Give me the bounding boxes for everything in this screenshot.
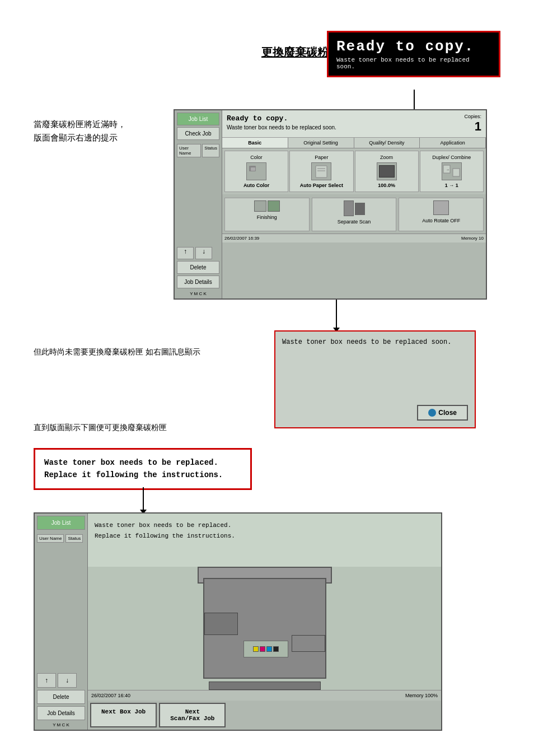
cell-finishing[interactable]: Finishing <box>224 198 310 231</box>
cs2-scroll-down-btn[interactable]: ↓ <box>58 673 77 688</box>
cs1-grid: Color Auto Color Paper <box>222 148 486 194</box>
arrow-3 <box>143 487 144 510</box>
warning-line1: Waste toner box needs to be replaced. <box>44 456 241 469</box>
warning-line2: Replace it following the instructions. <box>44 469 241 481</box>
cs2-content-area: Waste toner box needs to be replaced. Re… <box>88 514 441 567</box>
cs2-line1: Waste toner box needs to be replaced. <box>95 520 434 531</box>
job-list-btn[interactable]: Job List <box>177 113 219 125</box>
panel-black <box>273 646 279 652</box>
cs2-job-list-btn[interactable]: Job List <box>37 516 85 530</box>
popup-message: Waste toner box needs to be replaced soo… <box>282 338 468 400</box>
arrow-1 <box>414 90 415 112</box>
scan-icon <box>344 200 354 216</box>
cs2-sidebar: Job List User Name Status ↑ ↓ Delete Job… <box>35 514 88 730</box>
copier-screen-1: Job List Check Job User Name Status ↑ ↓ … <box>174 109 487 300</box>
machine-tray <box>204 613 238 635</box>
paper-icon <box>311 162 331 180</box>
scroll-down-btn[interactable]: ↓ <box>195 247 212 259</box>
ready-badge-large: Ready to copy. Waste toner box needs to … <box>327 31 500 77</box>
machine-illustration-area <box>88 567 441 690</box>
cs1-warning-line: Waste toner box needs to be replaced soo… <box>227 124 336 132</box>
cs2-datetime: 26/02/2007 16:40 Memory 100% <box>88 690 441 701</box>
svg-rect-1 <box>251 167 255 171</box>
cs2-bottom-btns: Next Box Job NextScan/Fax Job <box>88 701 441 730</box>
finishing-label: Finishing <box>257 214 277 220</box>
svg-text:→: → <box>446 168 449 171</box>
scroll-up-btn[interactable]: ↑ <box>177 247 194 259</box>
next-scan-fax-btn[interactable]: NextScan/Fax Job <box>159 703 226 727</box>
tab-quality[interactable]: Quality/ Density <box>354 138 420 148</box>
user-name-label: User Name <box>177 144 201 157</box>
cs1-datetime: 26/02/2007 16:39 Memory 10 <box>222 234 486 242</box>
popup-box: Waste toner box needs to be replaced soo… <box>274 330 476 428</box>
cell-duplex[interactable]: Duplex/ Combine → 1 → 1 <box>420 151 484 192</box>
cs1-sidebar: Job List Check Job User Name Status ↑ ↓ … <box>175 110 222 298</box>
cs2-delete-btn[interactable]: Delete <box>37 690 85 704</box>
zoom-icon <box>377 162 397 180</box>
warning-box: Waste toner box needs to be replaced. Re… <box>34 448 252 490</box>
machine-output <box>292 635 325 652</box>
description-1: 當廢棄碳粉匣將近滿時， 版面會顯示右邊的提示 <box>34 118 126 144</box>
popup-footer: Close <box>282 405 468 421</box>
rotate-icon <box>433 200 449 215</box>
cell-zoom[interactable]: Zoom 100.0% <box>355 151 419 192</box>
separate-scan-label: Separate Scan <box>338 219 371 225</box>
cs2-status-label: Status <box>65 534 83 543</box>
copies-label: Copies: <box>464 114 481 119</box>
ready-small-line: Waste toner box needs to be replaced soo… <box>336 57 491 70</box>
cs1-memory: Memory 10 <box>461 236 484 241</box>
cell-color[interactable]: Color Auto Color <box>224 151 288 192</box>
cs2-user-name-label: User Name <box>37 534 64 543</box>
description-3: 直到版面顯示下圖便可更換廢棄碳粉匣 <box>34 423 167 433</box>
panel-yellow <box>253 646 259 652</box>
auto-rotate-label: Auto Rotate OFF <box>422 218 460 223</box>
close-icon <box>428 409 436 417</box>
cs2-main: Waste toner box needs to be replaced. Re… <box>88 514 441 730</box>
cs2-line2: Replace it following the instructions. <box>95 531 434 542</box>
cs1-header: Ready to copy. Waste toner box needs to … <box>222 110 486 138</box>
tab-application[interactable]: Application <box>420 138 486 148</box>
cs2-ymck-label: Y M C K <box>37 722 85 727</box>
svg-rect-6 <box>453 169 460 176</box>
cell-paper[interactable]: Paper Auto Paper Select <box>289 151 353 192</box>
panel-cyan <box>266 646 272 652</box>
cs1-ready-line: Ready to copy. <box>227 114 336 124</box>
cs2-scroll-up-btn[interactable]: ↑ <box>37 673 56 688</box>
check-job-btn[interactable]: Check Job <box>177 127 219 140</box>
scan-fax-label: NextScan/Fax Job <box>170 708 214 722</box>
close-label: Close <box>438 409 457 417</box>
cell-auto-rotate[interactable]: Auto Rotate OFF <box>399 198 484 231</box>
description-2: 但此時尚未需要更換廢棄碳粉匣 如右圖訊息顯示 <box>34 347 200 357</box>
copier-screen-2: Job List User Name Status ↑ ↓ Delete Job… <box>34 512 442 731</box>
tab-original[interactable]: Original Setting <box>288 138 354 148</box>
copies-num: 1 <box>464 119 481 134</box>
cs2-job-details-btn[interactable]: Job Details <box>37 706 85 720</box>
panel-magenta <box>260 646 265 652</box>
scan-icon2 <box>355 203 365 215</box>
delete-btn[interactable]: Delete <box>177 261 219 274</box>
svg-rect-2 <box>316 166 327 178</box>
cs1-main: Ready to copy. Waste toner box needs to … <box>222 110 486 298</box>
cs1-date: 26/02/2007 16:39 <box>224 236 259 241</box>
next-box-job-btn[interactable]: Next Box Job <box>90 703 157 727</box>
ymck-label: Y M C K <box>177 291 219 296</box>
finishing-icon <box>254 200 266 212</box>
machine-illustration <box>186 567 343 690</box>
cs2-date: 26/02/2007 16:40 <box>91 693 130 698</box>
job-details-btn[interactable]: Job Details <box>177 276 219 288</box>
machine-base <box>209 682 321 690</box>
cs2-memory: Memory 100% <box>405 693 438 698</box>
tab-basic[interactable]: Basic <box>222 138 288 148</box>
arrow-2 <box>336 300 337 328</box>
close-button[interactable]: Close <box>417 405 468 421</box>
color-icon <box>246 162 266 180</box>
cs1-bottom-row: Finishing Separate Scan Auto Rotate OFF <box>222 195 486 234</box>
finishing-icon2 <box>268 200 280 212</box>
machine-panel <box>243 641 288 657</box>
cell-separate-scan[interactable]: Separate Scan <box>312 198 397 231</box>
ready-big-line: Ready to copy. <box>336 38 491 55</box>
machine-body <box>203 578 326 679</box>
status-label: Status <box>202 144 219 157</box>
cs1-tabs: Basic Original Setting Quality/ Density … <box>222 138 486 148</box>
duplex-icon: → <box>442 162 462 180</box>
